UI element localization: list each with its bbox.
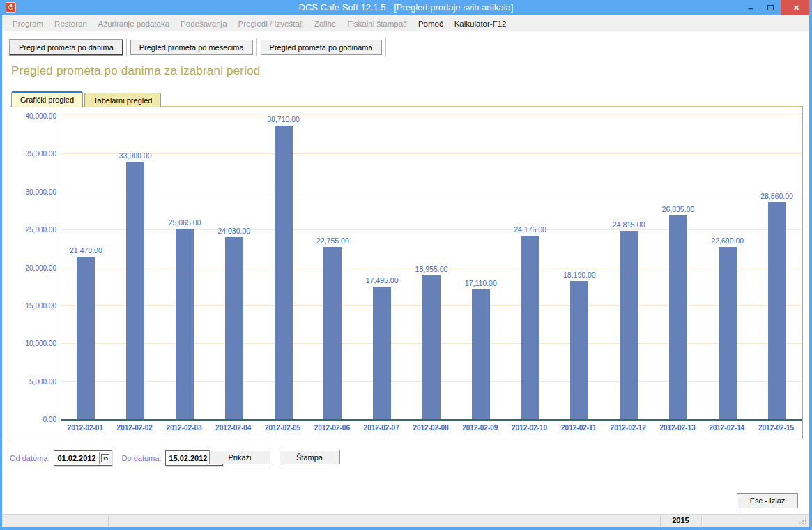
chart-bar-cell: 26,835.00 [654,116,703,419]
bar-value-label: 25,065.00 [169,218,201,227]
y-axis: 40,000.0035,000.0030,000.0025,000.0020,0… [10,116,56,419]
window-controls: – ✕ [740,0,812,15]
chart-bar [719,247,737,419]
window-border [809,0,812,530]
maximize-button[interactable] [760,0,781,15]
menu-item-restoran: Restoran [49,20,93,28]
x-axis-tick-label: 2012-02-02 [110,424,160,432]
chart-bar-cell: 22,690.00 [703,116,752,419]
x-axis-tick-label: 2012-02-13 [653,424,703,432]
tab-tabelarni-pregled[interactable]: Tabelarni pregled [84,93,161,107]
minimize-button[interactable]: – [740,0,760,18]
window-border [0,0,2,530]
toolbar-button-pregled-prometa-po-godinama[interactable]: Pregled prometa po godinama [261,40,382,55]
bar-value-label: 17,495.00 [366,276,399,285]
to-date-value[interactable]: 15.02.2012 [166,454,210,462]
bar-value-label: 33,900.00 [119,151,152,160]
x-axis-tick-label: 2012-02-04 [208,424,258,432]
chart-bar [323,247,342,419]
chart-bar-cell: 33,900.00 [111,116,160,419]
exit-button[interactable]: Esc - Izlaz [737,493,798,508]
menu-bar: ProgramRestoranAžuriranje podatakaPodeša… [0,15,812,31]
y-axis-tick-label: 40,000.00 [10,112,56,120]
chart-bar [472,289,490,419]
bar-value-label: 28,560.00 [760,192,793,200]
menu-item-program: Program [7,20,49,28]
x-axis-tick-label: 2012-02-11 [554,424,604,432]
bar-value-label: 24,175.00 [514,225,546,234]
x-axis-tick-label: 2012-02-03 [160,424,209,432]
print-button[interactable]: Štampa [279,450,340,464]
y-axis-tick-label: 0.00 [10,416,56,423]
chart-bar [373,287,391,419]
view-tabstrip: Grafički pregledTabelarni pregled [11,91,162,107]
x-axis-tick-label: 2012-02-08 [406,424,456,432]
chart-bar [570,281,588,419]
tab-grafi-ki-pregled[interactable]: Grafički pregled [11,91,83,107]
chart-bar [225,237,243,419]
chart-bar [422,275,441,419]
titlebar: DCS Cafe Soft 12.1.5 - [Pregled prodaje … [0,0,812,15]
x-axis-tick-label: 2012-02-14 [702,424,751,432]
bar-value-label: 22,690.00 [711,236,744,245]
menu-item-pomo[interactable]: Pomoć [413,20,449,28]
status-year: 2015 [661,516,700,524]
bar-value-label: 17,110.00 [465,279,497,287]
bar-value-label: 26,835.00 [662,205,695,213]
toolbar-separator [256,38,257,56]
chart-bar-cell: 25,065.00 [160,116,210,419]
bar-value-label: 24,815.00 [613,220,645,229]
chart-bar [669,215,687,419]
toolbar-button-pregled-prometa-po-mesecima[interactable]: Pregled prometa po mesecima [130,40,253,55]
chart-container: 40,000.0035,000.0030,000.0025,000.0020,0… [10,106,803,439]
y-axis-tick-label: 10,000.00 [10,340,56,347]
chart-bar [77,257,95,419]
x-axis-tick-label: 2012-02-07 [357,424,406,432]
chart-bar-cell: 28,560.00 [752,116,802,419]
x-axis-tick-label: 2012-02-09 [455,424,505,432]
show-button[interactable]: Prikaži [209,450,270,464]
x-axis-tick-label: 2012-02-05 [258,424,307,432]
chart-bar-cell: 22,755.00 [308,116,358,419]
menu-item-fiskalni-tampa: Fiskalni štampač [342,20,413,28]
bar-value-label: 24,030.00 [217,227,250,235]
from-date-label: Od datuma: [10,454,49,462]
window-border [0,527,812,530]
chart-bar-cell: 17,495.00 [358,116,407,419]
page-title: Pregled prometa po danima za izabrani pe… [11,64,261,78]
from-date-value[interactable]: 01.02.2012 [54,454,98,462]
bar-value-label: 22,755.00 [316,236,349,245]
x-axis-tick-label: 2012-02-01 [61,424,110,432]
chart-bar-cell: 24,815.00 [604,116,654,419]
chart-bar [521,236,539,419]
bar-series: 21,470.0033,900.0025,065.0024,030.0038,7… [61,116,802,419]
toolbar-button-pregled-prometa-po-danima[interactable]: Pregled prometa po danima [10,40,123,55]
bar-value-label: 38,710.00 [267,115,300,123]
date-filter-controls: Od datuma: 01.02.2012 15 Do datuma: 15.0… [10,450,802,466]
x-axis-tick-label: 2012-02-12 [604,424,653,432]
bar-value-label: 18,955.00 [415,265,448,273]
chart-bar [275,126,293,419]
menu-item-kalkulator-f12[interactable]: Kalkulator-F12 [449,20,512,28]
chart-bar-cell: 24,175.00 [505,116,555,419]
y-axis-tick-label: 5,000.00 [10,378,56,386]
bar-value-label: 18,190.00 [563,271,596,279]
chart-bar [176,229,194,419]
from-date-calendar-button[interactable]: 15 [99,452,112,464]
statusbar-divider [701,516,702,526]
x-axis-tick-label: 2012-02-10 [505,424,554,432]
toolbar-separator [385,38,386,56]
x-axis-tick-label: 2012-02-15 [751,424,801,432]
chart-bar-cell: 24,030.00 [209,116,259,419]
window-title: DCS Cafe Soft 12.1.5 - [Pregled prodaje … [0,0,812,15]
resize-grip-icon[interactable] [799,517,806,524]
chart-bar-cell: 18,955.00 [407,116,457,419]
close-button[interactable]: ✕ [781,0,812,15]
chart-bar [126,162,144,419]
chart-bar [768,202,786,419]
x-axis-tick-label: 2012-02-06 [307,424,357,432]
from-date-field[interactable]: 01.02.2012 15 [54,450,112,466]
y-axis-tick-label: 30,000.00 [10,188,56,196]
y-axis-tick-label: 20,000.00 [10,264,56,272]
app-window: DCS Cafe Soft 12.1.5 - [Pregled prodaje … [0,0,812,530]
